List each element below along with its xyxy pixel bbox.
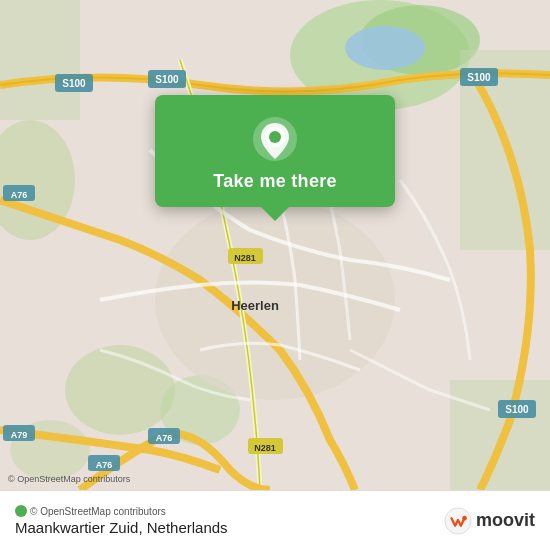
map-container[interactable]: Heerlen S100 S100 S100 S100 N281 N281 N2… — [0, 0, 550, 490]
s100-label-top-left: S100 — [62, 78, 86, 89]
moovit-logo: moovit — [444, 507, 535, 535]
svg-point-3 — [345, 26, 425, 70]
svg-point-37 — [269, 131, 281, 143]
location-pin-icon — [251, 115, 299, 163]
svg-point-7 — [65, 345, 175, 435]
svg-text:A76: A76 — [11, 190, 28, 200]
svg-text:S100: S100 — [155, 74, 179, 85]
svg-text:A76: A76 — [156, 433, 173, 443]
bottom-bar: © OpenStreetMap contributors Maankwartie… — [0, 490, 550, 550]
svg-text:A76: A76 — [96, 460, 113, 470]
moovit-label: moovit — [476, 510, 535, 531]
osm-credit: © OpenStreetMap contributors — [15, 505, 228, 517]
take-me-there-button[interactable]: Take me there — [213, 171, 337, 192]
svg-text:N281: N281 — [254, 443, 276, 453]
location-name: Maankwartier Zuid, Netherlands — [15, 519, 228, 536]
osm-circle-icon — [15, 505, 27, 517]
svg-text:© OpenStreetMap contributors: © OpenStreetMap contributors — [8, 474, 131, 484]
svg-point-39 — [462, 515, 467, 520]
svg-rect-4 — [0, 0, 80, 120]
svg-text:N281: N281 — [234, 253, 256, 263]
bottom-left-info: © OpenStreetMap contributors Maankwartie… — [15, 505, 228, 536]
svg-text:A79: A79 — [11, 430, 28, 440]
svg-text:Heerlen: Heerlen — [231, 298, 279, 313]
svg-text:S100: S100 — [505, 404, 529, 415]
popup-card: Take me there — [155, 95, 395, 207]
moovit-icon — [444, 507, 472, 535]
svg-text:S100: S100 — [467, 72, 491, 83]
